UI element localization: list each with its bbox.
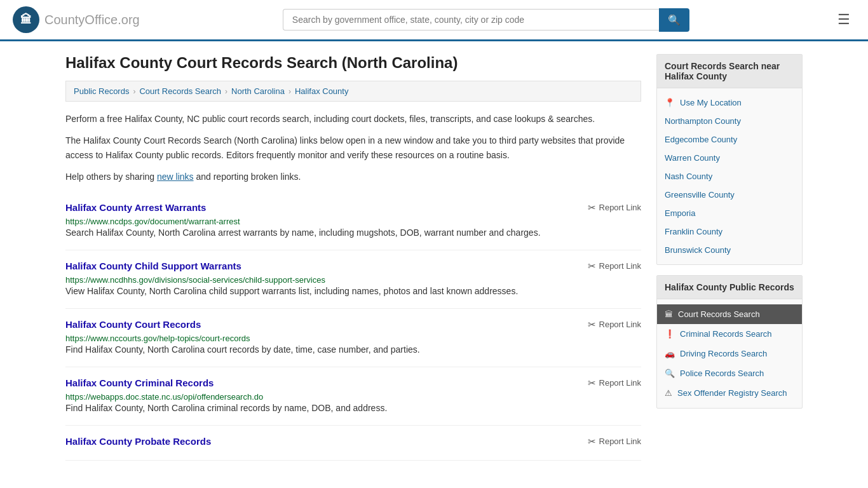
sidebar-pr-driving-records[interactable]: 🚗 Driving Records Search — [657, 344, 802, 363]
sidebar-nearby-0[interactable]: Northampton County — [657, 112, 802, 130]
result-title-2[interactable]: Halifax County Court Records — [65, 319, 201, 330]
sidebar-nearby-1[interactable]: Edgecombe County — [657, 130, 802, 149]
description-para2: The Halifax County Court Records Search … — [65, 133, 641, 162]
result-desc-0: Search Halifax County, North Carolina ar… — [65, 226, 641, 240]
sidebar-nearby-4[interactable]: Greensville County — [657, 186, 802, 204]
breadcrumb-sep-1: › — [133, 87, 135, 96]
site-header: 🏛 CountyOffice.org 🔍 ☰ — [0, 0, 868, 41]
sidebar-pr-court-records[interactable]: 🏛 Court Records Search — [657, 304, 802, 324]
sidebar-nearby-7[interactable]: Brunswick County — [657, 241, 802, 259]
breadcrumb-public-records[interactable]: Public Records — [74, 86, 129, 96]
new-links-link[interactable]: new links — [157, 172, 194, 182]
description-para1: Perform a free Halifax County, NC public… — [65, 112, 641, 126]
sidebar-nearby-6[interactable]: Franklin County — [657, 222, 802, 241]
sidebar-pr-criminal-records[interactable]: ❗ Criminal Records Search — [657, 324, 802, 344]
sidebar-pr-sex-offender[interactable]: ⚠ Sex Offender Registry Search — [657, 383, 802, 403]
page-title: Halifax County Court Records Search (Nor… — [65, 54, 641, 72]
result-url-0[interactable]: https://www.ncdps.gov/document/warrant-a… — [65, 217, 240, 226]
report-link-2[interactable]: ✂ Report Link — [588, 319, 641, 330]
criminal-records-icon: ❗ — [665, 329, 675, 339]
sidebar-nearby-5[interactable]: Emporia — [657, 204, 802, 222]
report-link-4[interactable]: ✂ Report Link — [588, 436, 641, 447]
result-header-4: Halifax County Probate Records ✂ Report … — [65, 436, 641, 447]
sidebar: Court Records Search near Halifax County… — [656, 54, 803, 461]
result-item-2: Halifax County Court Records ✂ Report Li… — [65, 309, 641, 367]
sidebar-nearby-2[interactable]: Warren County — [657, 149, 802, 167]
report-icon-3: ✂ — [588, 377, 596, 389]
result-title-1[interactable]: Halifax County Child Support Warrants — [65, 261, 241, 271]
sidebar-use-my-location[interactable]: 📍 Use My Location — [657, 93, 802, 112]
result-desc-1: View Halifax County, North Carolina chil… — [65, 285, 641, 298]
breadcrumb-sep-2: › — [225, 87, 227, 96]
sidebar-nearby-links: 📍 Use My Location Northampton County Edg… — [657, 88, 802, 264]
report-icon-2: ✂ — [588, 319, 596, 330]
result-item-4: Halifax County Probate Records ✂ Report … — [65, 426, 641, 461]
breadcrumb-halifax-county[interactable]: Halifax County — [295, 86, 349, 96]
result-header-2: Halifax County Court Records ✂ Report Li… — [65, 319, 641, 330]
description-para3: Help others by sharing new links and rep… — [65, 170, 641, 184]
breadcrumb: Public Records › Court Records Search › … — [65, 81, 641, 102]
report-link-3[interactable]: ✂ Report Link — [588, 377, 641, 389]
result-title-3[interactable]: Halifax County Criminal Records — [65, 377, 214, 388]
page-container: Halifax County Court Records Search (Nor… — [53, 41, 815, 473]
logo-icon: 🏛 — [13, 6, 39, 33]
menu-button[interactable]: ☰ — [832, 9, 855, 30]
breadcrumb-sep-3: › — [288, 87, 291, 96]
logo: 🏛 CountyOffice.org — [13, 6, 140, 33]
driving-records-icon: 🚗 — [665, 349, 675, 358]
breadcrumb-court-records[interactable]: Court Records Search — [139, 86, 221, 96]
report-link-0[interactable]: ✂ Report Link — [588, 202, 641, 214]
result-url-2[interactable]: https://www.nccourts.gov/help-topics/cou… — [65, 334, 250, 343]
result-url-3[interactable]: https://webapps.doc.state.nc.us/opi/offe… — [65, 392, 263, 402]
search-button[interactable]: 🔍 — [659, 8, 689, 32]
sidebar-pr-links: 🏛 Court Records Search ❗ Criminal Record… — [657, 299, 802, 408]
court-records-icon: 🏛 — [665, 309, 673, 319]
result-header-3: Halifax County Criminal Records ✂ Report… — [65, 377, 641, 389]
result-title-4[interactable]: Halifax County Probate Records — [65, 436, 211, 447]
police-records-icon: 🔍 — [665, 369, 675, 378]
report-link-1[interactable]: ✂ Report Link — [588, 261, 641, 272]
report-icon-0: ✂ — [588, 202, 596, 214]
location-icon: 📍 — [665, 98, 675, 107]
breadcrumb-north-carolina[interactable]: North Carolina — [231, 86, 285, 96]
report-icon-4: ✂ — [588, 436, 596, 447]
search-input[interactable] — [283, 9, 659, 30]
results-list: Halifax County Arrest Warrants ✂ Report … — [65, 192, 641, 461]
sidebar-nearby-3[interactable]: Nash County — [657, 167, 802, 186]
sidebar-nearby-section: Court Records Search near Halifax County… — [656, 54, 803, 265]
sidebar-pr-section: Halifax County Public Records 🏛 Court Re… — [656, 275, 803, 409]
result-desc-2: Find Halifax County, North Carolina cour… — [65, 343, 641, 356]
result-item-3: Halifax County Criminal Records ✂ Report… — [65, 367, 641, 426]
logo-text: CountyOffice.org — [44, 13, 140, 27]
sidebar-nearby-title: Court Records Search near Halifax County — [657, 55, 802, 88]
result-title-0[interactable]: Halifax County Arrest Warrants — [65, 202, 206, 213]
sidebar-pr-police-records[interactable]: 🔍 Police Records Search — [657, 363, 802, 383]
result-item-0: Halifax County Arrest Warrants ✂ Report … — [65, 192, 641, 250]
result-desc-3: Find Halifax County, North Carolina crim… — [65, 402, 641, 415]
sex-offender-icon: ⚠ — [665, 388, 672, 398]
main-content: Halifax County Court Records Search (Nor… — [65, 54, 641, 461]
result-header-1: Halifax County Child Support Warrants ✂ … — [65, 261, 641, 272]
sidebar-pr-title: Halifax County Public Records — [657, 276, 802, 299]
result-item-1: Halifax County Child Support Warrants ✂ … — [65, 250, 641, 309]
search-bar: 🔍 — [283, 8, 689, 32]
result-header-0: Halifax County Arrest Warrants ✂ Report … — [65, 202, 641, 214]
result-url-1[interactable]: https://www.ncdhhs.gov/divisions/social-… — [65, 275, 325, 285]
report-icon-1: ✂ — [588, 261, 596, 272]
